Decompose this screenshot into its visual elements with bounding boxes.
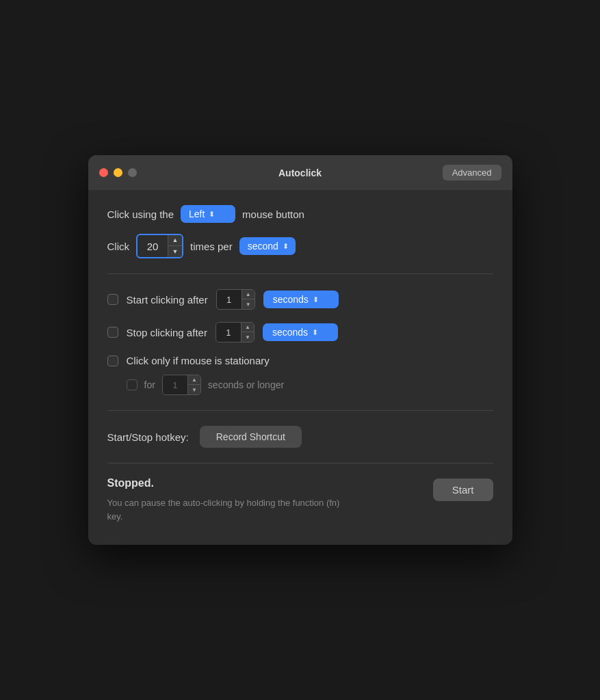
frequency-dropdown[interactable]: second ⬍: [239, 237, 296, 255]
advanced-button[interactable]: Advanced: [443, 165, 501, 180]
chevron-updown-icon: ⬍: [313, 295, 319, 304]
app-window: Autoclick Advanced Click using the Left …: [88, 155, 512, 545]
record-shortcut-button[interactable]: Record Shortcut: [200, 426, 302, 448]
stationary-sub-checkbox[interactable]: [127, 379, 138, 390]
stop-unit-dropdown[interactable]: seconds ⬍: [263, 323, 338, 341]
stop-after-stepper: ▲ ▼: [216, 322, 255, 342]
mouse-button-suffix: mouse button: [242, 208, 304, 220]
start-after-label: Start clicking after: [127, 294, 208, 306]
mouse-button-dropdown[interactable]: Left ⬍: [181, 205, 235, 223]
click-rate-section: Click using the Left ⬍ mouse button Clic…: [107, 205, 493, 274]
chevron-updown-icon: ⬍: [283, 242, 289, 251]
start-after-row: Start clicking after ▲ ▼ seconds ⬍: [107, 289, 493, 310]
minimize-button[interactable]: [114, 168, 122, 177]
stop-after-row: Stop clicking after ▲ ▼ seconds ⬍: [107, 322, 493, 342]
traffic-lights: [99, 168, 137, 177]
stationary-suffix: seconds or longer: [208, 379, 284, 390]
click-count-input[interactable]: [138, 238, 168, 255]
titlebar: Autoclick Advanced: [88, 155, 512, 190]
stop-after-checkbox[interactable]: [107, 327, 118, 338]
click-prefix: Click: [107, 241, 130, 252]
stop-after-buttons: ▲ ▼: [241, 323, 254, 342]
hotkey-label: Start/Stop hotkey:: [107, 431, 189, 443]
start-after-down-button[interactable]: ▼: [242, 299, 255, 309]
frequency-value: second: [248, 241, 278, 252]
click-count-stepper: ▲ ▼: [136, 234, 183, 258]
stationary-label: Click only if mouse is stationary: [127, 355, 270, 366]
mouse-button-row: Click using the Left ⬍ mouse button: [107, 205, 493, 223]
stationary-down-button[interactable]: ▼: [188, 385, 200, 394]
chevron-updown-icon: ⬍: [312, 328, 318, 337]
start-after-stepper: ▲ ▼: [216, 289, 255, 310]
status-hint: You can pause the auto-clicking by holdi…: [107, 496, 354, 523]
stationary-for-label: for: [144, 379, 155, 390]
main-content: Click using the Left ⬍ mouse button Clic…: [88, 190, 512, 545]
stationary-up-button[interactable]: ▲: [188, 375, 200, 385]
click-using-prefix: Click using the: [107, 208, 174, 220]
stop-after-up-button[interactable]: ▲: [242, 323, 254, 332]
stationary-section: Click only if mouse is stationary for ▲ …: [107, 355, 493, 395]
start-after-up-button[interactable]: ▲: [242, 290, 255, 299]
stop-after-label: Stop clicking after: [127, 327, 207, 338]
status-text: Stopped.: [107, 477, 433, 489]
stationary-checkbox[interactable]: [107, 355, 118, 366]
click-rate-row: Click ▲ ▼ times per second ⬍: [107, 234, 493, 258]
click-count-buttons: ▲ ▼: [168, 235, 182, 257]
start-unit-dropdown[interactable]: seconds ⬍: [263, 291, 339, 308]
stationary-sub-row: for ▲ ▼ seconds or longer: [107, 375, 493, 395]
mouse-button-value: Left: [189, 208, 205, 219]
click-count-down-button[interactable]: ▼: [168, 246, 182, 257]
stationary-row: Click only if mouse is stationary: [107, 355, 493, 366]
stop-unit-value: seconds: [272, 327, 308, 338]
start-after-buttons: ▲ ▼: [242, 290, 255, 309]
times-per-label: times per: [190, 241, 233, 252]
chevron-updown-icon: ⬍: [209, 210, 215, 219]
hotkey-section: Start/Stop hotkey: Record Shortcut: [107, 411, 493, 463]
stationary-stepper: ▲ ▼: [162, 375, 201, 395]
stationary-buttons: ▲ ▼: [187, 375, 200, 394]
start-after-checkbox[interactable]: [107, 294, 118, 305]
stop-after-down-button[interactable]: ▼: [242, 332, 254, 342]
stop-after-input[interactable]: [216, 325, 241, 340]
start-after-input[interactable]: [217, 293, 242, 307]
timing-section: Start clicking after ▲ ▼ seconds ⬍ Stop …: [107, 274, 493, 411]
click-count-up-button[interactable]: ▲: [168, 235, 182, 246]
status-section: Stopped. You can pause the auto-clicking…: [107, 463, 493, 530]
status-left: Stopped. You can pause the auto-clicking…: [107, 477, 433, 523]
window-title: Autoclick: [278, 167, 322, 178]
stationary-input[interactable]: [163, 378, 187, 392]
start-unit-value: seconds: [273, 294, 309, 305]
fullscreen-button[interactable]: [128, 168, 137, 177]
close-button[interactable]: [99, 168, 108, 177]
start-button[interactable]: Start: [433, 479, 493, 501]
